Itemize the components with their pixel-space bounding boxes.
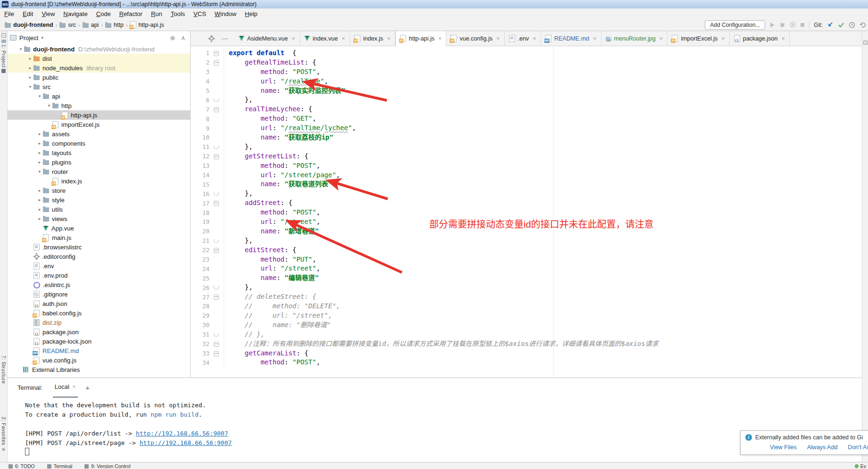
code-editor[interactable]: 1export default {2 getRealTimeList: {3 m… [191, 46, 868, 378]
editor-tab-vue-config-js[interactable]: vue.config.js✕ [446, 31, 504, 46]
tree-item-package-lock-json[interactable]: package-lock.json [7, 337, 190, 346]
tree-item-components[interactable]: ▸components [7, 139, 190, 148]
breadcrumb-item-http-api-js[interactable]: http-api.js [130, 21, 164, 28]
editor-tab-http-api-js[interactable]: http-api.js✕ [395, 31, 447, 46]
debug-icon[interactable] [779, 22, 785, 28]
statusbar-item-terminal[interactable]: Terminal [47, 463, 73, 469]
tree-item-auth-json[interactable]: auth.json [7, 299, 190, 308]
run-with-coverage-icon[interactable] [790, 22, 796, 28]
tab-close-icon[interactable]: ✕ [438, 36, 442, 41]
tree-item-utils[interactable]: ▸utils [7, 205, 190, 214]
tree-chevron-icon[interactable]: ▸ [36, 188, 43, 193]
tree-item-dist-zip[interactable]: dist.zip [7, 318, 190, 327]
tree-item-vue-config-js[interactable]: vue.config.js [7, 355, 190, 365]
fold-end-marker-icon[interactable] [214, 146, 219, 149]
fold-marker-icon[interactable] [214, 107, 219, 112]
right-tool-window-icon[interactable] [863, 41, 868, 45]
terminal-link[interactable]: http://192.168.66.56:9007 [136, 430, 228, 437]
tab-close-icon[interactable]: ✕ [292, 36, 295, 41]
tab-close-icon[interactable]: ✕ [387, 36, 391, 41]
tree-item-readme-md[interactable]: README.md [7, 346, 190, 355]
breadcrumb-item-src[interactable]: src [59, 22, 76, 28]
menu-window[interactable]: Window [210, 10, 241, 17]
tree-chevron-icon[interactable]: ▾ [36, 169, 43, 174]
menu-tools[interactable]: Tools [167, 10, 189, 17]
fold-end-marker-icon[interactable] [214, 99, 219, 102]
tree-item-env[interactable]: .env [7, 261, 190, 271]
breadcrumb-item-api[interactable]: api [83, 22, 99, 28]
tab-options-gear-icon[interactable] [209, 36, 214, 41]
tree-item-browserslistrc[interactable]: .browserslistrc [7, 242, 190, 252]
tab-close-icon[interactable]: ✕ [533, 36, 536, 41]
fold-end-marker-icon[interactable] [214, 333, 219, 337]
menu-edit[interactable]: Edit [18, 10, 37, 17]
editor-tab-env[interactable]: .env✕ [505, 31, 541, 46]
fold-marker-icon[interactable] [214, 60, 219, 66]
tree-chevron-icon[interactable]: ▸ [36, 216, 43, 221]
fold-marker-icon[interactable] [214, 248, 219, 253]
menu-view[interactable]: View [37, 10, 59, 17]
notification-action-don-t-ask-agai[interactable]: Don't Ask Agai [848, 444, 868, 451]
tree-chevron-icon[interactable]: ▾ [46, 103, 52, 108]
tree-chevron-icon[interactable]: ▸ [36, 141, 43, 146]
tree-item-api[interactable]: ▾api [7, 91, 190, 101]
menu-help[interactable]: Help [241, 10, 262, 17]
fold-end-marker-icon[interactable] [214, 192, 219, 196]
tab-close-icon[interactable]: ✕ [342, 36, 345, 41]
rollback-icon[interactable] [860, 22, 866, 28]
editor-tab-index-js[interactable]: index.js✕ [350, 31, 395, 46]
editor-tab-importexcel-js[interactable]: importExcel.js✕ [668, 31, 729, 46]
menu-navigate[interactable]: Navigate [59, 10, 92, 17]
tree-item-main-js[interactable]: main.js [7, 233, 190, 242]
editor-tab-menurouter-jpg[interactable]: menuRouter.jpg✕ [601, 31, 668, 46]
git-commit-icon[interactable] [838, 22, 844, 28]
tree-chevron-icon[interactable]: ▾ [17, 47, 24, 51]
tree-item-gitignore[interactable]: .gitignore [7, 289, 190, 299]
git-update-icon[interactable] [827, 22, 834, 28]
hide-panel-icon[interactable]: ― [222, 35, 228, 42]
run-icon[interactable] [769, 22, 775, 28]
project-panel-title[interactable]: Project [19, 34, 38, 41]
breadcrumb-item-http[interactable]: http [105, 22, 124, 28]
fold-end-marker-icon[interactable] [214, 286, 219, 289]
fold-marker-icon[interactable] [214, 154, 219, 159]
tree-chevron-icon[interactable]: ▸ [36, 150, 43, 155]
menu-file[interactable]: File [0, 10, 18, 17]
tree-chevron-icon[interactable]: ▸ [27, 66, 33, 70]
fold-marker-icon[interactable] [214, 201, 219, 206]
tree-item-editorconfig[interactable]: .editorconfig [7, 252, 190, 261]
tool-window-favorites-button[interactable]: 2: Favorites ★ [0, 417, 7, 452]
tree-chevron-icon[interactable]: ▸ [27, 75, 33, 80]
tree-item-style[interactable]: ▸style [7, 195, 190, 205]
tree-item-duoji-frontend[interactable]: ▾duoji-frontendD:\zheheWeb\duoji-fronten… [7, 44, 190, 54]
tree-item-plugins[interactable]: ▸plugins [7, 157, 190, 167]
terminal-tab-local[interactable]: Local ✕ [53, 378, 78, 398]
fold-end-marker-icon[interactable] [214, 239, 219, 243]
tree-item-public[interactable]: ▸public [7, 73, 190, 82]
tree-item-env-prod[interactable]: .env.prod [7, 271, 190, 280]
editor-tab-readme-md[interactable]: README.md✕ [541, 31, 601, 46]
project-view-caret-icon[interactable]: ▾ [41, 35, 43, 40]
tree-item-router[interactable]: ▾router [7, 167, 190, 176]
tree-item-views[interactable]: ▸views [7, 214, 190, 223]
terminal-link[interactable]: http://192.168.66.56:9007 [140, 439, 232, 446]
collapse-all-icon[interactable]: ∧ [181, 34, 185, 41]
tree-item-package-json[interactable]: package.json [7, 327, 190, 337]
tree-chevron-icon[interactable]: ▸ [36, 160, 43, 165]
menu-code[interactable]: Code [92, 10, 115, 17]
tree-item-babel-config-js[interactable]: babel.config.js [7, 308, 190, 318]
terminal-tab-close-icon[interactable]: ✕ [72, 384, 76, 389]
local-history-clock-icon[interactable] [849, 22, 855, 28]
tree-item-app-vue[interactable]: App.vue [7, 223, 190, 233]
tree-chevron-icon[interactable]: ▸ [36, 207, 43, 212]
tool-strip-toggle-icon[interactable] [0, 33, 7, 38]
add-configuration-button[interactable]: Add Configuration... [705, 20, 765, 30]
tree-item-eslintrc-js[interactable]: .eslintrc.js [7, 280, 190, 289]
notification-action-always-add[interactable]: Always Add [807, 444, 838, 451]
editor-tab-index-vue[interactable]: index.vue✕ [300, 31, 350, 46]
tree-item-node-modules[interactable]: ▸node_moduleslibrary root [7, 63, 190, 73]
tab-close-icon[interactable]: ✕ [781, 36, 785, 41]
tab-close-icon[interactable]: ✕ [593, 36, 597, 41]
stop-icon[interactable] [800, 23, 805, 27]
editor-tab-package-json[interactable]: package.json✕ [730, 31, 790, 46]
